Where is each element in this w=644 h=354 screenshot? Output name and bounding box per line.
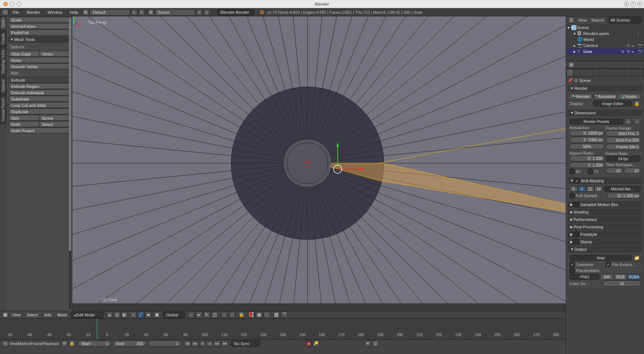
full-sample-check[interactable] [569, 193, 575, 198]
motion-blur-check[interactable] [574, 202, 579, 207]
motion-blur-panel-header[interactable]: Sampled Motion Blur [568, 201, 642, 208]
pin-icon[interactable]: 📌 [568, 78, 573, 83]
aa-filter-dropdown[interactable]: Mitchell-Net... [604, 186, 641, 192]
editor-type-icon[interactable]: ◷ [2, 340, 9, 347]
toolshelf-scrollbar[interactable] [69, 18, 71, 309]
material-tab-icon[interactable] [618, 69, 624, 76]
frame-current-field[interactable]: 1 [148, 341, 181, 347]
object-tab-icon[interactable] [593, 69, 599, 76]
res-pct-field[interactable]: 50% [569, 143, 604, 149]
menu-window[interactable]: Window [44, 10, 66, 15]
data-tab-icon[interactable] [612, 69, 618, 76]
editor-type-icon[interactable]: ▤ [568, 61, 575, 68]
window-max-icon[interactable]: ^ [631, 1, 636, 7]
particles-tab-icon[interactable] [631, 69, 637, 76]
preset-add-icon[interactable]: + [625, 118, 632, 125]
tab-shading-uvs[interactable]: Shading / UVs [0, 47, 7, 76]
window-min-icon[interactable]: v [624, 1, 629, 7]
render-button[interactable]: 📷 Render [569, 94, 593, 99]
window-close-icon[interactable]: × [637, 1, 643, 7]
shading-mode-icon[interactable]: ● [106, 312, 113, 318]
menu-file[interactable]: File [9, 10, 23, 15]
rgba-button[interactable]: RGBA [627, 274, 641, 280]
mesh-tools-header[interactable]: Mesh Tools [8, 36, 71, 43]
aa-8-button[interactable]: 8 [578, 186, 586, 192]
modifiers-tab-icon[interactable] [605, 69, 611, 76]
placeholders-check[interactable] [569, 268, 575, 273]
aspect-y-field[interactable]: Y: 1.000 [569, 162, 604, 168]
spin-button[interactable]: Spin [9, 115, 40, 120]
slide-edge-button[interactable]: Slide Edge [9, 51, 40, 56]
jump-end-icon[interactable]: ⏭ [221, 341, 228, 347]
frame-end-field[interactable]: End:250 [113, 341, 146, 347]
frame-step-field[interactable]: Frame Ste:1 [606, 144, 641, 150]
render-engine-dropdown[interactable]: Blender Render [217, 9, 255, 16]
aa-size-field[interactable]: Si: 1.000 px [607, 193, 641, 199]
vertex-select-icon[interactable]: ▪ [130, 312, 137, 318]
stamp-check[interactable] [574, 239, 579, 244]
tab-create[interactable]: Create [0, 31, 7, 47]
animation-button[interactable]: 🎬Animation [594, 94, 617, 99]
aa-5-button[interactable]: 5 [569, 186, 578, 192]
scene-tab-icon[interactable] [580, 69, 585, 76]
editor-type-icon[interactable]: ▦ [2, 312, 9, 318]
layer-button[interactable]: ▫ [229, 312, 236, 318]
delete-icon[interactable]: × [203, 9, 210, 16]
snap-target-icon[interactable]: ▦ [256, 312, 262, 318]
keying-set-icon[interactable]: 🔑 [313, 340, 319, 347]
texture-tab-icon[interactable] [625, 69, 631, 76]
constraints-tab-icon[interactable] [599, 69, 605, 76]
end-frame-field[interactable]: End Fra:250 [606, 137, 641, 143]
aa-16-button[interactable]: 16 [594, 186, 603, 192]
keyframe-next-icon[interactable]: ▸▸ [214, 341, 221, 347]
layer-button[interactable]: ▫ [221, 312, 228, 318]
start-frame-field[interactable]: Start Fra: 1 [606, 130, 641, 136]
aa-11-button[interactable]: 11 [586, 186, 594, 192]
orientation-dropdown[interactable]: Global [163, 312, 185, 318]
render-panel-header[interactable]: Render [568, 85, 642, 92]
extrude-individual-button[interactable]: Extrude Individual [9, 89, 70, 95]
knife-button[interactable]: Knife [9, 121, 40, 127]
res-x-field[interactable]: X: 1920 px [569, 130, 604, 136]
render-presets-dropdown[interactable]: Render Presets [569, 118, 624, 124]
pivot-icon[interactable]: ⊙ [114, 312, 120, 318]
world-tab-icon[interactable] [586, 69, 592, 76]
add-icon[interactable]: + [131, 9, 138, 16]
menu-help[interactable]: Help [66, 10, 82, 15]
shading-panel-header[interactable]: Shading [568, 209, 642, 215]
scale-button[interactable]: Scale [9, 17, 70, 23]
subdivide-button[interactable]: Subdivide [9, 96, 70, 102]
timeline-track[interactable]: -50-40-30-20-100204060801001101201301401… [0, 319, 566, 339]
menu-view[interactable]: View [9, 341, 18, 346]
physics-tab-icon[interactable] [637, 69, 643, 76]
res-y-field[interactable]: Y: 1080 px [569, 137, 604, 143]
menu-view[interactable]: View [12, 313, 21, 317]
menu-select[interactable]: Select [27, 313, 38, 317]
dimensions-panel-header[interactable]: Dimensions [568, 110, 642, 116]
aa-panel-header[interactable]: Anti-Aliasing [568, 177, 642, 184]
depth-button[interactable]: 16 [603, 281, 641, 287]
time-new-field[interactable]: 10 [624, 168, 641, 174]
format-dropdown[interactable]: ▫ PNG [569, 274, 599, 280]
face-select-icon[interactable]: ▰ [145, 312, 152, 318]
display-dropdown[interactable]: Image Editor [593, 101, 632, 107]
push-pull-button[interactable]: Push/Pull [9, 29, 70, 35]
range-icon[interactable]: ⟳ [61, 340, 68, 347]
snap-icon[interactable]: 🧲 [248, 312, 255, 318]
translate-icon[interactable]: ▸ [196, 312, 202, 318]
keyframe-prev-icon[interactable]: ◂◂ [191, 341, 199, 347]
duplicate-button[interactable]: Duplicate [9, 108, 70, 114]
render-anim-icon[interactable]: 🎬 [281, 312, 288, 318]
add-icon[interactable]: + [196, 9, 203, 16]
lock-camera-icon[interactable]: 🔒 [238, 312, 245, 318]
tree-row-camera[interactable]: ▸📷Camera👁▸📷 [567, 42, 643, 48]
play-icon[interactable]: ▸ [206, 341, 214, 347]
outliner-search-menu[interactable]: Search [591, 18, 604, 22]
tree-row-gear[interactable]: ▸▽Gear⚙👁▸📷 [567, 48, 643, 54]
file-ext-check[interactable] [606, 262, 611, 267]
render-tab-icon[interactable] [567, 69, 573, 76]
menu-frame[interactable]: Frame [31, 341, 42, 346]
rgb-button[interactable]: RGB [614, 274, 627, 280]
noise-button[interactable]: Noise [9, 57, 70, 63]
browse-folder-icon[interactable]: 📁 [634, 255, 640, 261]
